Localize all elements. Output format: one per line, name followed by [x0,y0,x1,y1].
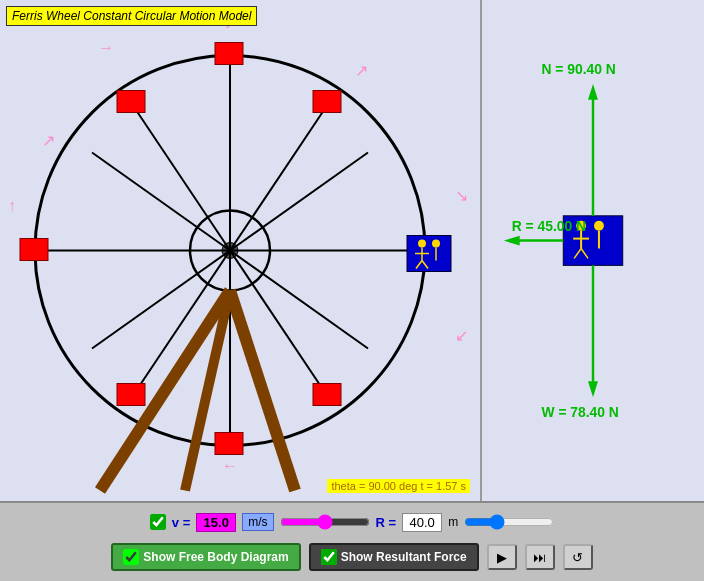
svg-marker-55 [504,236,520,246]
svg-rect-22 [215,433,243,455]
v-slider[interactable] [280,514,370,530]
svg-rect-23 [117,384,145,406]
svg-line-16 [230,291,295,491]
theta-label: theta = 90.00 deg t = 1.57 s [327,479,470,493]
show-fbd-button[interactable]: Show Free Body Diagram [111,543,300,571]
svg-marker-53 [588,381,598,397]
svg-text:↗: ↗ [355,62,368,79]
svg-line-13 [92,251,230,349]
step-button[interactable]: ⏭ [525,544,555,570]
svg-line-11 [230,153,368,251]
svg-point-48 [594,221,604,231]
top-section: Ferris Wheel Constant Circular Motion Mo… [0,0,704,501]
play-icon: ▶ [497,550,507,565]
svg-rect-19 [313,91,341,113]
right-panel: N = 90.40 N W = 78.40 N R = 45.00 N [480,0,704,501]
step-icon: ⏭ [533,550,546,565]
show-rf-label: Show Resultant Force [341,550,467,564]
bottom-controls: v = 15.0 m/s R = 40.0 m Show Free Body D… [0,501,704,581]
svg-text:W = 78.40 N: W = 78.40 N [541,404,618,420]
title-box: Ferris Wheel Constant Circular Motion Mo… [6,6,257,26]
svg-rect-24 [20,239,48,261]
svg-text:R = 45.00 N: R = 45.00 N [512,218,586,234]
m-label: m [448,515,458,529]
svg-text:→: → [98,39,114,56]
force-diagram-svg: N = 90.40 N W = 78.40 N R = 45.00 N [482,0,704,501]
svg-point-32 [432,240,440,248]
svg-line-4 [230,106,327,251]
svg-marker-51 [588,84,598,100]
v-checkbox[interactable] [150,514,166,530]
r-label-ctrl: R = [376,515,397,530]
controls-row2: Show Free Body Diagram Show Resultant Fo… [8,543,696,571]
svg-rect-18 [215,43,243,65]
svg-rect-21 [313,384,341,406]
svg-text:↑: ↑ [8,197,16,214]
svg-text:N = 90.40 N: N = 90.40 N [541,61,615,77]
show-rf-button[interactable]: Show Resultant Force [309,543,479,571]
v-label: v = [172,515,190,530]
svg-text:↙: ↙ [455,327,468,344]
svg-line-14 [92,153,230,251]
fbd-checkbox[interactable] [123,549,139,565]
v-value: 15.0 [196,513,236,532]
svg-point-27 [418,240,426,248]
svg-text:↘: ↘ [455,187,468,204]
svg-line-10 [133,106,230,251]
r-value: 40.0 [402,513,442,532]
reset-button[interactable]: ↺ [563,544,593,570]
svg-rect-25 [117,91,145,113]
show-fbd-label: Show Free Body Diagram [143,550,288,564]
svg-text:↗: ↗ [42,132,55,149]
svg-text:←: ← [222,457,238,474]
play-button[interactable]: ▶ [487,544,517,570]
r-slider[interactable] [464,514,554,530]
svg-line-12 [230,251,368,349]
rf-checkbox[interactable] [321,549,337,565]
v-unit: m/s [242,513,273,531]
ferris-wheel-svg: ↗ ↗ ↘ ↙ ← ↑ ↗ → [0,0,480,501]
main-container: Ferris Wheel Constant Circular Motion Mo… [0,0,704,581]
controls-row1: v = 15.0 m/s R = 40.0 m [8,513,696,532]
reset-icon: ↺ [572,550,583,565]
ferris-panel: Ferris Wheel Constant Circular Motion Mo… [0,0,480,501]
